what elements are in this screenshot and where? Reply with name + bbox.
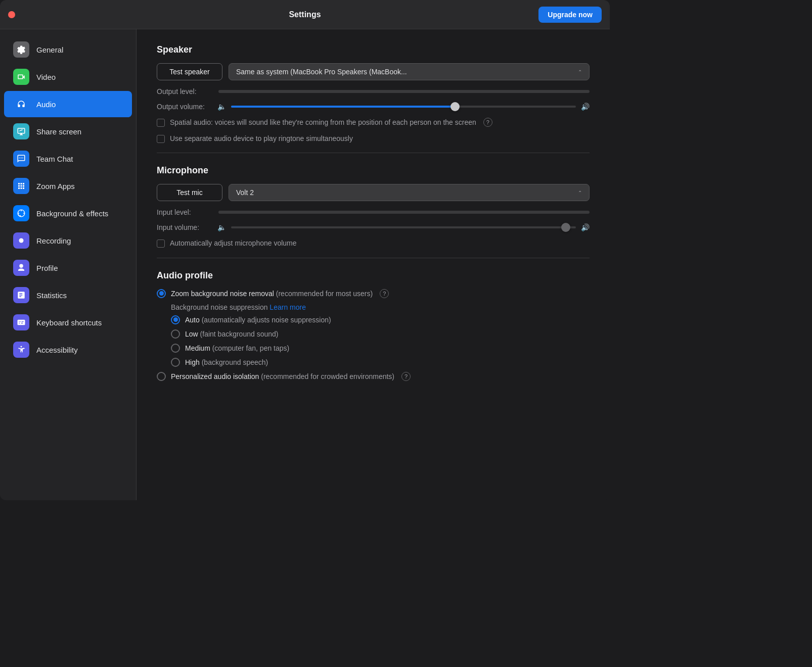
headphone-icon (13, 96, 29, 112)
personalized-radio-row: Personalized audio isolation (recommende… (157, 372, 590, 381)
keyboard-shortcuts-icon (13, 314, 29, 330)
sidebar-item-zoom-apps[interactable]: Zoom Apps (4, 173, 132, 199)
sidebar-item-chat[interactable]: Team Chat (4, 146, 132, 172)
sidebar-item-video[interactable]: Video (4, 64, 132, 90)
team-chat-icon (13, 151, 29, 167)
separate-device-checkbox[interactable] (157, 135, 165, 143)
video-icon (13, 69, 29, 85)
suppression-high-label: High (background speech) (185, 358, 268, 366)
suppression-medium-label: Medium (computer fan, pen taps) (185, 344, 289, 352)
sidebar-label-keyboard: Keyboard shortcuts (36, 318, 102, 327)
noise-removal-radio-dot (159, 291, 164, 296)
microphone-section-header: Microphone (157, 165, 590, 176)
share-screen-icon (13, 123, 29, 139)
spatial-audio-help-icon[interactable]: ? (483, 118, 492, 127)
suppression-auto-radio[interactable] (171, 315, 180, 324)
mic-device-select[interactable]: Volt 2 ⌃ (229, 184, 590, 201)
spatial-audio-label: Spatial audio: voices will sound like th… (170, 118, 476, 128)
sidebar-item-background[interactable]: Background & effects (4, 200, 132, 226)
statistics-icon (13, 287, 29, 303)
spatial-audio-checkbox[interactable] (157, 119, 165, 127)
output-volume-thumb[interactable] (450, 102, 460, 111)
zoom-apps-icon (13, 178, 29, 194)
titlebar: Settings Upgrade now (0, 0, 610, 29)
auto-adjust-checkbox[interactable] (157, 240, 165, 248)
sidebar: General Video Audio Share screen Team Ch (0, 29, 137, 500)
suppression-medium-radio[interactable] (171, 344, 180, 353)
sidebar-item-keyboard[interactable]: Keyboard shortcuts (4, 309, 132, 336)
suppression-medium-row: Medium (computer fan, pen taps) (171, 344, 590, 353)
suppression-auto-dot (173, 317, 178, 322)
speaker-device-row: Test speaker Same as system (MacBook Pro… (157, 63, 590, 80)
sidebar-item-audio[interactable]: Audio (4, 91, 132, 117)
personalized-radio[interactable] (157, 372, 166, 381)
audio-profile-section-header: Audio profile (157, 270, 590, 281)
svg-point-0 (19, 239, 24, 243)
spatial-audio-row: Spatial audio: voices will sound like th… (157, 118, 590, 128)
suppression-label: Background noise suppression Learn more (171, 303, 590, 311)
sidebar-item-profile[interactable]: Profile (4, 255, 132, 281)
auto-adjust-label: Automatically adjust microphone volume (170, 239, 297, 249)
input-volume-high-icon: 🔊 (581, 223, 590, 231)
sidebar-item-recording[interactable]: Recording (4, 227, 132, 254)
output-level-bar (218, 90, 590, 93)
input-volume-label: Input volume: (157, 223, 212, 231)
suppression-low-row: Low (faint background sound) (171, 329, 590, 339)
chevron-down-icon: ⌃ (578, 69, 582, 75)
background-effects-icon (13, 205, 29, 221)
upgrade-button[interactable]: Upgrade now (538, 7, 602, 23)
output-level-row: Output level: (157, 87, 590, 96)
input-volume-thumb[interactable] (561, 223, 570, 232)
sidebar-label-recording: Recording (36, 236, 71, 245)
volume-low-icon: 🔈 (217, 103, 226, 111)
window-title: Settings (289, 10, 321, 19)
sidebar-item-share[interactable]: Share screen (4, 118, 132, 145)
noise-removal-help-icon[interactable]: ? (380, 289, 389, 298)
divider-1 (157, 153, 590, 153)
separate-device-row: Use separate audio device to play ringto… (157, 134, 590, 144)
separate-device-label: Use separate audio device to play ringto… (170, 134, 353, 144)
input-level-label: Input level: (157, 208, 212, 216)
personalized-help-icon[interactable]: ? (401, 372, 411, 381)
mic-device-row: Test mic Volt 2 ⌃ (157, 184, 590, 201)
divider-2 (157, 258, 590, 258)
sidebar-label-share: Share screen (36, 127, 81, 136)
input-volume-low-icon: 🔈 (217, 223, 226, 231)
learn-more-link[interactable]: Learn more (269, 303, 306, 311)
suppression-low-radio[interactable] (171, 329, 180, 339)
output-volume-slider[interactable] (231, 106, 576, 108)
mic-device-label: Volt 2 (236, 188, 254, 197)
sidebar-label-zoom-apps: Zoom Apps (36, 182, 75, 190)
speaker-device-select[interactable]: Same as system (MacBook Pro Speakers (Ma… (229, 63, 590, 80)
sidebar-label-background: Background & effects (36, 209, 108, 218)
input-volume-slider[interactable] (231, 226, 576, 228)
sidebar-item-statistics[interactable]: Statistics (4, 282, 132, 308)
input-level-bar (218, 211, 590, 214)
output-volume-label: Output volume: (157, 103, 212, 111)
suppression-high-row: High (background speech) (171, 358, 590, 367)
sidebar-item-accessibility[interactable]: Accessibility (4, 337, 132, 363)
main-layout: General Video Audio Share screen Team Ch (0, 29, 610, 500)
accessibility-icon (13, 342, 29, 358)
noise-removal-radio-row: Zoom background noise removal (recommend… (157, 289, 590, 298)
sidebar-item-general[interactable]: General (4, 36, 132, 63)
noise-removal-radio[interactable] (157, 289, 166, 298)
output-volume-row: Output volume: 🔈 🔊 (157, 103, 590, 111)
traffic-light-red[interactable] (8, 11, 15, 18)
sidebar-label-statistics: Statistics (36, 291, 67, 300)
gear-icon (13, 41, 29, 58)
volume-high-icon: 🔊 (581, 103, 590, 111)
sidebar-label-video: Video (36, 73, 56, 81)
suppression-auto-label: Auto (automatically adjusts noise suppre… (185, 316, 331, 324)
profile-icon (13, 260, 29, 276)
output-level-label: Output level: (157, 87, 212, 96)
sidebar-label-chat: Team Chat (36, 155, 73, 163)
test-mic-button[interactable]: Test mic (157, 184, 222, 201)
suppression-high-radio[interactable] (171, 358, 180, 367)
input-level-row: Input level: (157, 208, 590, 216)
svg-point-1 (21, 346, 22, 348)
speaker-section-header: Speaker (157, 44, 590, 55)
test-speaker-button[interactable]: Test speaker (157, 63, 222, 80)
personalized-label: Personalized audio isolation (recommende… (171, 372, 394, 380)
settings-content: Speaker Test speaker Same as system (Mac… (137, 29, 610, 500)
